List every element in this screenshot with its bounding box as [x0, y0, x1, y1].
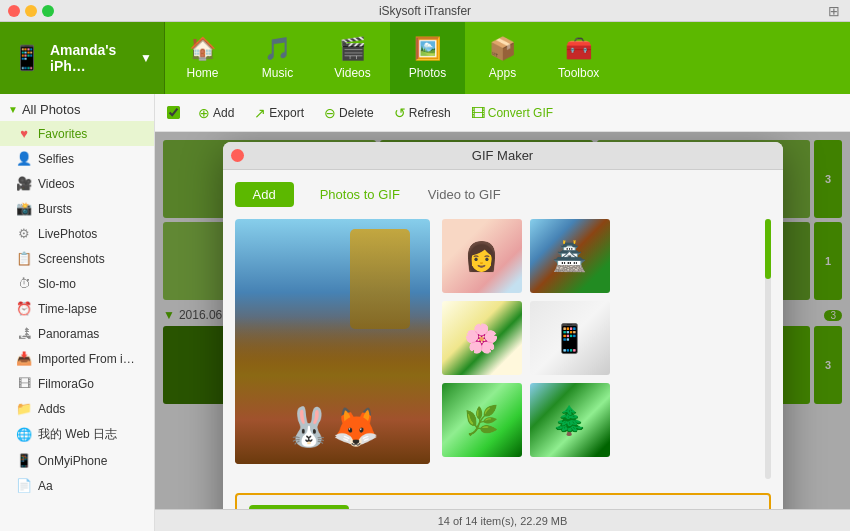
- sidebar-label-onmyiphone: OnMyiPhone: [38, 454, 107, 468]
- sidebar-item-livephotos[interactable]: ⚙ LivePhotos: [0, 221, 154, 246]
- side-photo-house[interactable]: 🏯: [530, 219, 610, 293]
- sidebar-item-slomo[interactable]: ⏱ Slo-mo: [0, 271, 154, 296]
- device-section[interactable]: 📱 Amanda's iPh… ▼: [0, 22, 165, 94]
- side-photo-row-1: 👩 🏯: [442, 219, 753, 293]
- section-arrow-icon: ▼: [8, 104, 18, 115]
- add-button[interactable]: ⊕ Add: [190, 102, 242, 124]
- nav-videos-label: Videos: [334, 66, 370, 80]
- nav-home-label: Home: [186, 66, 218, 80]
- side-photo-nature[interactable]: 🌿: [442, 383, 522, 457]
- side-photo-phone[interactable]: 📱: [530, 301, 610, 375]
- sidebar-item-onmyiphone[interactable]: 📱 OnMyiPhone: [0, 448, 154, 473]
- delete-button[interactable]: ⊖ Delete: [316, 102, 382, 124]
- timelapse-icon: ⏰: [16, 301, 32, 316]
- window-icon: ⊞: [828, 3, 840, 19]
- sidebar-label-favorites: Favorites: [38, 127, 87, 141]
- nav-videos[interactable]: 🎬 Videos: [315, 22, 390, 94]
- sidebar-item-selfies[interactable]: 👤 Selfies: [0, 146, 154, 171]
- sidebar-label-aa: Aa: [38, 479, 53, 493]
- sidebar-section-label: All Photos: [22, 102, 81, 117]
- sidebar-label-timelapse: Time-lapse: [38, 302, 97, 316]
- export-button[interactable]: ↗ Export: [246, 102, 312, 124]
- nav-music[interactable]: 🎵 Music: [240, 22, 315, 94]
- sidebar-label-filmorago: FilmoraGo: [38, 377, 94, 391]
- nav-toolbox[interactable]: 🧰 Toolbox: [540, 22, 617, 94]
- side-photos-grid: 👩 🏯 🌸: [442, 219, 753, 479]
- nav-photos[interactable]: 🖼️ Photos: [390, 22, 465, 94]
- modal-tabs: Photos to GIF Video to GIF: [306, 183, 515, 206]
- onmyiphone-icon: 📱: [16, 453, 32, 468]
- aa-icon: 📄: [16, 478, 32, 493]
- nav-home[interactable]: 🏠 Home: [165, 22, 240, 94]
- modal-close-button[interactable]: [231, 149, 244, 162]
- main-selected-photo[interactable]: 🐰🦊: [235, 219, 430, 464]
- heart-icon: ♥: [16, 126, 32, 141]
- sidebar-all-photos-header[interactable]: ▼ All Photos: [0, 94, 154, 121]
- tab-photos-to-gif[interactable]: Photos to GIF: [306, 183, 414, 206]
- refresh-label: Refresh: [409, 106, 451, 120]
- toolbar: ⊕ Add ↗ Export ⊖ Delete ↺ Refresh 🎞 Conv…: [155, 94, 850, 132]
- music-icon: 🎵: [264, 36, 291, 62]
- create-gif-button[interactable]: Create GIF: [249, 505, 349, 509]
- apps-icon: 📦: [489, 36, 516, 62]
- sidebar-label-bursts: Bursts: [38, 202, 72, 216]
- modal-titlebar: GIF Maker: [223, 142, 783, 170]
- character-emoji: 🐰🦊: [285, 405, 379, 449]
- sidebar-label-screenshots: Screenshots: [38, 252, 105, 266]
- convert-gif-button[interactable]: 🎞 Convert GIF: [463, 102, 561, 124]
- videos-icon: 🎬: [339, 36, 366, 62]
- scroll-thumb: [765, 219, 771, 279]
- traffic-lights: [8, 5, 54, 17]
- sidebar-item-screenshots[interactable]: 📋 Screenshots: [0, 246, 154, 271]
- sidebar-label-imported: Imported From i…: [38, 352, 135, 366]
- minimize-button[interactable]: [25, 5, 37, 17]
- export-label: Export: [269, 106, 304, 120]
- girl2-emoji: 🌸: [442, 301, 522, 375]
- device-dropdown-arrow[interactable]: ▼: [140, 51, 152, 65]
- sidebar-item-weblog[interactable]: 🌐 我的 Web 日志: [0, 421, 154, 448]
- refresh-button[interactable]: ↺ Refresh: [386, 102, 459, 124]
- app-title: iSkysoft iTransfer: [379, 4, 471, 18]
- nav-photos-label: Photos: [409, 66, 446, 80]
- sidebar-item-videos[interactable]: 🎥 Videos: [0, 171, 154, 196]
- sidebar-item-adds[interactable]: 📁 Adds: [0, 396, 154, 421]
- sidebar-item-panoramas[interactable]: 🏞 Panoramas: [0, 321, 154, 346]
- modal-footer: Create GIF Transfer to device at the sam…: [235, 493, 771, 509]
- side-photo-girl1[interactable]: 👩: [442, 219, 522, 293]
- screenshots-icon: 📋: [16, 251, 32, 266]
- side-photo-trees[interactable]: 🌲: [530, 383, 610, 457]
- device-icon: 📱: [12, 44, 42, 72]
- status-text: 14 of 14 item(s), 22.29 MB: [438, 515, 568, 527]
- side-photo-row-3: 🌿 🌲: [442, 383, 753, 457]
- modal-scrollbar[interactable]: [765, 219, 771, 479]
- select-all-checkbox[interactable]: [167, 106, 180, 119]
- sidebar-item-imported[interactable]: 📥 Imported From i…: [0, 346, 154, 371]
- sidebar-item-favorites[interactable]: ♥ Favorites: [0, 121, 154, 146]
- sidebar-label-weblog: 我的 Web 日志: [38, 426, 117, 443]
- maximize-button[interactable]: [42, 5, 54, 17]
- tab-video-to-gif[interactable]: Video to GIF: [414, 183, 515, 206]
- nav-toolbox-label: Toolbox: [558, 66, 599, 80]
- side-photo-girl2[interactable]: 🌸: [442, 301, 522, 375]
- gif-maker-modal: GIF Maker Add Photos to GIF Video to GIF: [223, 142, 783, 509]
- header-nav: 📱 Amanda's iPh… ▼ 🏠 Home 🎵 Music 🎬 Video…: [0, 22, 850, 94]
- nav-music-label: Music: [262, 66, 293, 80]
- modal-body: Add Photos to GIF Video to GIF: [223, 170, 783, 509]
- sidebar-item-filmorago[interactable]: 🎞 FilmoraGo: [0, 371, 154, 396]
- selfies-icon: 👤: [16, 151, 32, 166]
- toolbox-icon: 🧰: [565, 36, 592, 62]
- modal-add-button[interactable]: Add: [235, 182, 294, 207]
- sidebar-label-slomo: Slo-mo: [38, 277, 76, 291]
- sidebar: ▼ All Photos ♥ Favorites 👤 Selfies 🎥 Vid…: [0, 94, 155, 531]
- refresh-icon: ↺: [394, 105, 406, 121]
- delete-label: Delete: [339, 106, 374, 120]
- filmorago-icon: 🎞: [16, 376, 32, 391]
- sidebar-item-bursts[interactable]: 📸 Bursts: [0, 196, 154, 221]
- close-button[interactable]: [8, 5, 20, 17]
- sidebar-item-timelapse[interactable]: ⏰ Time-lapse: [0, 296, 154, 321]
- house-emoji: 🏯: [530, 219, 610, 293]
- nav-apps[interactable]: 📦 Apps: [465, 22, 540, 94]
- nature-emoji: 🌿: [442, 383, 522, 457]
- sidebar-item-aa[interactable]: 📄 Aa: [0, 473, 154, 498]
- modal-title: GIF Maker: [472, 148, 533, 163]
